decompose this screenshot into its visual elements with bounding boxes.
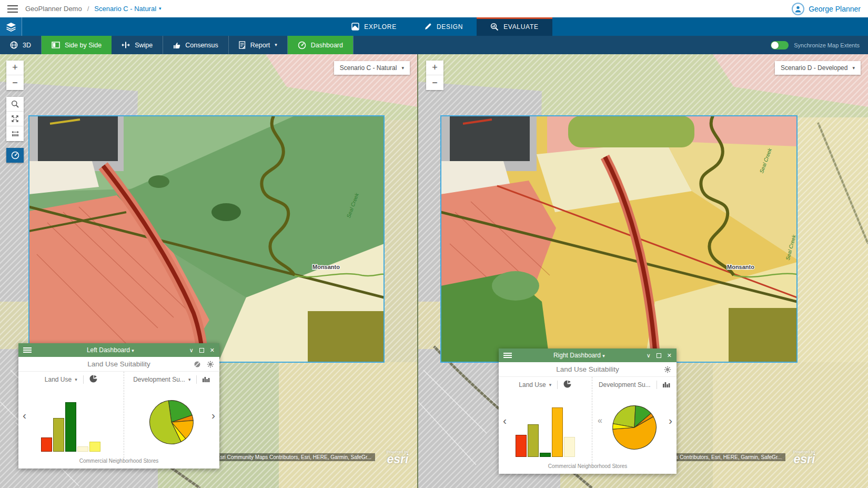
visibility-icon[interactable] [194, 361, 201, 368]
top-header: GeoPlanner Demo / Scenario C - Natural ▾… [0, 0, 868, 17]
chart-caption: Commercial Neighborhood Stores [18, 458, 219, 469]
maximize-icon[interactable] [199, 348, 204, 353]
pie-chart-toggle-icon[interactable] [89, 375, 97, 384]
land-use-dropdown[interactable]: Land Use ▾ [519, 381, 551, 389]
esri-logo-text: esri [387, 454, 409, 465]
layers-button[interactable] [0, 17, 22, 36]
close-icon[interactable]: ✕ [667, 352, 672, 359]
zoom-in-button[interactable]: + [6, 61, 24, 75]
3d-button[interactable]: 3D [0, 36, 41, 54]
scenario-menu[interactable]: Scenario C - Natural ▾ [94, 5, 161, 13]
carousel-prev-icon[interactable]: ‹ [23, 410, 26, 421]
bar-segment-1 [53, 418, 64, 452]
zoom-out-button[interactable]: − [426, 75, 443, 90]
dashboard-button[interactable]: Dashboard [288, 36, 353, 54]
side-by-side-button[interactable]: Side by Side [42, 36, 112, 54]
sync-extents-label: Synchronize Map Extents [794, 42, 860, 48]
bar-chart-section: Land Use ▾ [18, 372, 124, 458]
search-button[interactable] [6, 97, 24, 112]
gauge-icon [11, 151, 19, 160]
gauge-icon [298, 41, 306, 49]
bar-segment-0 [516, 435, 527, 457]
close-icon[interactable]: ✕ [210, 347, 215, 354]
esri-logo: Powered by esri [387, 450, 409, 465]
tab-evaluate[interactable]: EVALUATE [477, 17, 552, 36]
bar-segment-4 [564, 437, 575, 457]
caret-down-icon: ▾ [275, 43, 277, 47]
swipe-button[interactable]: Swipe [112, 36, 163, 54]
map-label-monsanto: Monsanto [312, 264, 340, 270]
left-dashboard-body: ‹ Land Use ▾ Development Su... ▾ [18, 372, 219, 458]
right-dashboard-header[interactable]: Right Dashboard ▾ ∨ ✕ [499, 348, 677, 362]
right-map-tools: + − [426, 61, 443, 90]
zoom-in-button[interactable]: + [426, 61, 443, 75]
caret-down-icon: ▾ [602, 353, 605, 358]
development-suitability-dropdown[interactable]: Development Su... ▾ [133, 376, 190, 383]
menu-icon[interactable] [7, 5, 18, 13]
right-scenario-selector[interactable]: Scenario D - Developed ▾ [775, 61, 861, 75]
right-dashboard-body: ‹ Land Use ▾ Development Su... [499, 377, 677, 463]
left-map-tools: + − [6, 61, 24, 163]
bar-segment-2 [65, 402, 76, 452]
caret-down-icon: ▾ [852, 66, 855, 71]
gear-icon[interactable] [207, 361, 214, 368]
carousel-next-icon[interactable]: › [211, 410, 215, 421]
left-dashboard-header[interactable]: Left Dashboard ▾ ∨ ✕ [18, 343, 219, 357]
gear-icon[interactable] [664, 366, 671, 373]
measure-button[interactable] [6, 126, 24, 141]
carousel-next-icon[interactable]: › [669, 415, 672, 426]
zoom-controls: + − [426, 61, 443, 90]
left-scenario-selector[interactable]: Scenario C - Natural ▾ [334, 61, 410, 75]
bar-segment-3 [77, 446, 88, 452]
tab-explore[interactable]: EXPLORE [338, 17, 410, 36]
carousel-divider-icon[interactable]: « [598, 416, 602, 425]
panel-menu-icon[interactable] [503, 353, 512, 358]
caret-down-icon: ▾ [159, 6, 162, 11]
sync-extents-toggle[interactable] [771, 41, 789, 49]
esri-logo-text: esri [793, 454, 815, 465]
bar-segment-3 [552, 407, 563, 457]
breadcrumb-separator: / [87, 5, 89, 13]
dashboard-tool-button[interactable] [6, 148, 24, 163]
maximize-icon[interactable] [657, 353, 661, 358]
tab-design[interactable]: DESIGN [410, 17, 477, 36]
panel-menu-icon[interactable] [23, 347, 32, 353]
evaluate-toolbar: 3D Side by Side Swipe Consensus Report ▾… [0, 36, 868, 54]
pie-chart-section: Development Su... [592, 377, 677, 463]
land-use-dropdown[interactable]: Land Use ▾ [45, 376, 77, 383]
bar-chart-toggle-icon[interactable] [663, 381, 670, 389]
panel-title-dropdown[interactable]: Right Dashboard ▾ [516, 352, 642, 359]
icon-divider [657, 381, 657, 389]
user-menu[interactable]: George Planner [792, 3, 861, 15]
bar-chart-toggle-icon[interactable] [203, 376, 210, 384]
carousel-prev-icon[interactable]: ‹ [503, 415, 507, 426]
evaluate-icon [490, 23, 499, 31]
pencil-icon [424, 23, 432, 31]
expand-icon [11, 115, 19, 123]
toolbar-spacer [354, 36, 771, 54]
development-suitability-dropdown[interactable]: Development Su... [599, 381, 651, 389]
report-button[interactable]: Report ▾ [229, 36, 287, 54]
caret-down-icon: ▾ [549, 383, 552, 387]
full-extent-button[interactable] [6, 112, 24, 126]
map-label-monsanto: Monsanto [727, 264, 754, 270]
widget-title-row: Land Use Suitability [499, 362, 677, 377]
collapse-icon[interactable]: ∨ [647, 352, 651, 359]
left-dashboard-panel: Left Dashboard ▾ ∨ ✕ Land Use Suitabilit… [18, 343, 219, 469]
consensus-button[interactable]: Consensus [163, 36, 228, 54]
search-icon [11, 100, 19, 108]
explore-icon [351, 23, 359, 31]
map-tool-group [6, 97, 24, 141]
pie-chart-toggle-icon[interactable] [563, 380, 571, 390]
chart-caption: Commercial Neighborhood Stores [499, 463, 677, 474]
bar-segment-2 [540, 453, 551, 457]
land-use-bar-chart [18, 386, 124, 458]
toggle-knob [771, 42, 779, 49]
zoom-out-button[interactable]: − [6, 75, 24, 90]
layers-icon [6, 22, 16, 32]
icon-divider [557, 381, 558, 389]
panel-title-dropdown[interactable]: Left Dashboard ▾ [36, 346, 185, 354]
icon-divider [83, 375, 84, 384]
caret-down-icon: ▾ [401, 66, 404, 71]
collapse-icon[interactable]: ∨ [189, 347, 194, 354]
